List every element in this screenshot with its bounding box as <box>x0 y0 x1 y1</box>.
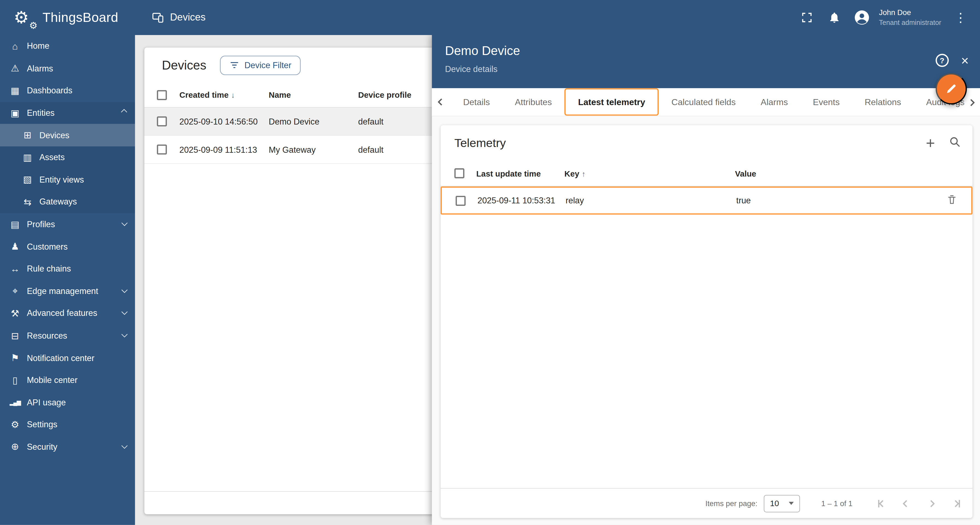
tab-calculated-fields[interactable]: Calculated fields <box>659 88 748 116</box>
tab-latest-telemetry[interactable]: Latest telemetry <box>565 88 659 116</box>
page-size-value: 10 <box>770 499 779 508</box>
telemetry-title: Telemetry <box>455 136 506 150</box>
tab-attributes[interactable]: Attributes <box>502 88 565 116</box>
more-menu-button[interactable]: ⋮ <box>949 5 973 30</box>
gateways-icon: ⇆ <box>21 196 34 208</box>
cell-name: Demo Device <box>269 116 358 126</box>
help-icon: ? <box>940 56 945 65</box>
trash-icon <box>947 194 958 205</box>
telemetry-row[interactable]: 2025-09-11 10:53:31 relay true <box>441 187 972 215</box>
avatar-icon <box>854 9 870 26</box>
entities-icon: ▣ <box>9 107 21 118</box>
brand-name: ThingsBoard <box>42 10 118 25</box>
sidebar-item-label: Gateways <box>40 197 77 207</box>
chevron-left-icon <box>438 99 445 106</box>
sidebar-item-label: Assets <box>40 153 65 162</box>
devices-card-title: Devices <box>162 58 207 72</box>
edit-fab-button[interactable] <box>936 73 967 104</box>
plus-icon: + <box>926 134 935 152</box>
device-filter-button[interactable]: Device Filter <box>220 55 301 75</box>
drawer-subtitle: Device details <box>445 64 980 73</box>
close-icon: × <box>961 53 969 68</box>
sidebar-item-label: Mobile center <box>27 375 77 385</box>
sidebar-item-rule-chains[interactable]: ↔ Rule chains <box>0 258 135 280</box>
help-button[interactable]: ? <box>935 54 948 67</box>
cell-created-time: 2025-09-09 11:51:13 <box>180 145 269 154</box>
sidebar-item-resources[interactable]: ⊟ Resources <box>0 325 135 347</box>
column-key[interactable]: Key↑ <box>565 169 735 178</box>
sidebar-item-label: Dashboards <box>27 86 72 95</box>
sidebar-item-dashboards[interactable]: ▦ Dashboards <box>0 80 135 102</box>
sidebar-item-devices[interactable]: ⊞ Devices <box>0 124 135 146</box>
row-checkbox[interactable] <box>157 116 167 126</box>
chevron-down-icon <box>121 331 128 337</box>
sidebar-item-api-usage[interactable]: ▂▄▆ API usage <box>0 391 135 413</box>
first-page-button[interactable] <box>873 496 889 511</box>
security-icon: ⊕ <box>9 442 21 453</box>
select-all-checkbox[interactable] <box>157 90 167 100</box>
add-telemetry-button[interactable]: + <box>926 135 935 151</box>
cell-created-time: 2025-09-10 14:56:50 <box>180 116 269 126</box>
next-page-button[interactable] <box>924 496 939 511</box>
tab-details[interactable]: Details <box>450 88 502 116</box>
paginator-nav <box>873 496 964 511</box>
user-avatar[interactable] <box>850 5 874 30</box>
search-button[interactable] <box>949 136 961 150</box>
sidebar-item-customers[interactable]: ♟ Customers <box>0 235 135 258</box>
sidebar-item-edge-management[interactable]: ⌖ Edge management <box>0 280 135 302</box>
sidebar-item-alarms[interactable]: ⚠ Alarms <box>0 57 135 80</box>
close-button[interactable]: × <box>961 54 969 67</box>
sidebar-item-label: Security <box>27 442 57 452</box>
delete-row-button[interactable] <box>947 194 971 207</box>
user-role: Tenant administrator <box>879 18 941 27</box>
drawer-tabs: Details Attributes Latest telemetry Calc… <box>432 88 980 116</box>
column-last-update-time[interactable]: Last update time <box>476 169 565 178</box>
customers-icon: ♟ <box>9 241 21 252</box>
select-all-checkbox[interactable] <box>455 168 465 179</box>
device-details-drawer: Demo Device Device details ? × Details A… <box>432 35 980 525</box>
more-vert-icon: ⋮ <box>954 10 967 25</box>
notifications-button[interactable] <box>823 5 846 30</box>
column-name[interactable]: Name <box>269 90 358 99</box>
sidebar-item-security[interactable]: ⊕ Security <box>0 436 135 458</box>
sidebar-item-settings[interactable]: ⚙ Settings <box>0 413 135 436</box>
sidebar-item-gateways[interactable]: ⇆ Gateways <box>0 191 135 213</box>
tab-relations[interactable]: Relations <box>852 88 913 116</box>
sidebar-item-label: Entities <box>27 109 54 118</box>
telemetry-paginator: Items per page: 10 1 – 1 of 1 <box>441 488 972 518</box>
column-created-time[interactable]: Created time↓ <box>180 90 269 99</box>
sidebar-item-profiles[interactable]: ▤ Profiles <box>0 213 135 235</box>
sidebar-item-notification-center[interactable]: ⚑ Notification center <box>0 347 135 369</box>
chevron-right-icon <box>952 500 959 507</box>
tab-events[interactable]: Events <box>800 88 852 116</box>
sidebar-item-mobile-center[interactable]: ▯ Mobile center <box>0 369 135 391</box>
chevron-up-icon <box>121 109 127 115</box>
fullscreen-icon <box>801 11 813 24</box>
last-page-button[interactable] <box>949 496 964 511</box>
sort-desc-icon: ↓ <box>231 91 235 99</box>
search-icon <box>949 136 961 148</box>
alarm-icon: ⚠ <box>9 63 21 74</box>
assets-icon: ▥ <box>21 152 34 163</box>
sidebar-item-entities[interactable]: ▣ Entities <box>0 102 135 124</box>
row-checkbox[interactable] <box>455 195 466 206</box>
sidebar-item-entity-views[interactable]: ▧ Entity views <box>0 169 135 191</box>
sidebar-item-home[interactable]: ⌂ Home <box>0 35 135 57</box>
fullscreen-button[interactable] <box>795 5 819 30</box>
previous-page-button[interactable] <box>899 496 914 511</box>
tabs-scroll-left-button[interactable] <box>432 88 450 116</box>
app-window: ⚙ ⚙ ThingsBoard Devices <box>0 0 980 525</box>
brand[interactable]: ⚙ ⚙ ThingsBoard <box>14 0 118 35</box>
sidebar-item-label: Edge management <box>27 286 98 295</box>
row-checkbox[interactable] <box>157 145 167 155</box>
user-info: John Doe Tenant administrator <box>879 8 941 27</box>
page-size-select[interactable]: 10 <box>764 495 800 512</box>
sidebar-item-label: Resources <box>27 331 67 340</box>
settings-gear-icon: ⚙ <box>9 419 21 430</box>
sidebar-item-assets[interactable]: ▥ Assets <box>0 147 135 169</box>
sidebar-item-label: Alarms <box>27 64 53 73</box>
tab-alarms[interactable]: Alarms <box>748 88 800 116</box>
top-bar: ⚙ ⚙ ThingsBoard Devices <box>0 0 980 35</box>
column-value[interactable]: Value <box>735 169 947 178</box>
sidebar-item-advanced-features[interactable]: ⚒ Advanced features <box>0 302 135 324</box>
